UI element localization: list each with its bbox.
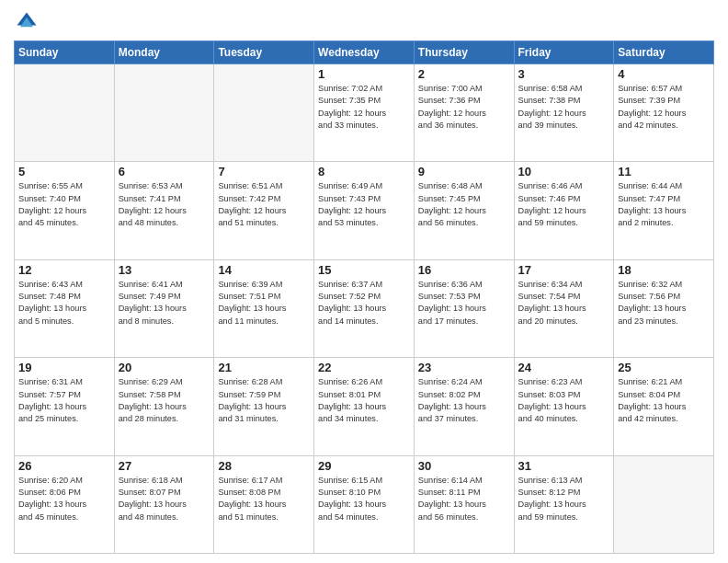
logo-icon bbox=[14, 9, 40, 35]
weekday-header-friday: Friday bbox=[514, 41, 614, 64]
calendar-cell: 15Sunrise: 6:37 AM Sunset: 7:52 PM Dayli… bbox=[314, 259, 415, 357]
day-info: Sunrise: 6:36 AM Sunset: 7:53 PM Dayligh… bbox=[418, 279, 510, 327]
calendar-cell: 29Sunrise: 6:15 AM Sunset: 8:10 PM Dayli… bbox=[314, 455, 415, 553]
calendar-cell: 10Sunrise: 6:46 AM Sunset: 7:46 PM Dayli… bbox=[514, 162, 614, 259]
calendar-cell: 13Sunrise: 6:41 AM Sunset: 7:49 PM Dayli… bbox=[114, 259, 214, 357]
logo bbox=[14, 9, 43, 35]
header bbox=[14, 9, 714, 35]
day-info: Sunrise: 6:48 AM Sunset: 7:45 PM Dayligh… bbox=[418, 180, 510, 229]
calendar-cell: 2Sunrise: 7:00 AM Sunset: 7:36 PM Daylig… bbox=[414, 64, 514, 162]
day-number: 27 bbox=[119, 459, 210, 473]
day-number: 6 bbox=[119, 165, 210, 178]
day-number: 21 bbox=[218, 361, 310, 374]
day-number: 22 bbox=[318, 361, 410, 374]
week-row-5: 26Sunrise: 6:20 AM Sunset: 8:06 PM Dayli… bbox=[15, 455, 714, 553]
day-number: 24 bbox=[518, 361, 610, 374]
page: SundayMondayTuesdayWednesdayThursdayFrid… bbox=[0, 0, 728, 563]
calendar-cell: 16Sunrise: 6:36 AM Sunset: 7:53 PM Dayli… bbox=[414, 259, 514, 357]
day-info: Sunrise: 7:00 AM Sunset: 7:36 PM Dayligh… bbox=[418, 83, 510, 132]
day-info: Sunrise: 6:41 AM Sunset: 7:49 PM Dayligh… bbox=[119, 279, 210, 327]
calendar-cell: 21Sunrise: 6:28 AM Sunset: 7:59 PM Dayli… bbox=[214, 358, 314, 455]
weekday-header-tuesday: Tuesday bbox=[214, 41, 314, 64]
day-info: Sunrise: 6:39 AM Sunset: 7:51 PM Dayligh… bbox=[218, 279, 310, 327]
day-number: 4 bbox=[618, 67, 710, 81]
calendar-cell: 27Sunrise: 6:18 AM Sunset: 8:07 PM Dayli… bbox=[114, 455, 214, 553]
calendar-cell: 8Sunrise: 6:49 AM Sunset: 7:43 PM Daylig… bbox=[314, 162, 415, 259]
calendar-cell: 19Sunrise: 6:31 AM Sunset: 7:57 PM Dayli… bbox=[15, 358, 115, 455]
day-number: 19 bbox=[18, 361, 110, 374]
calendar-cell: 1Sunrise: 7:02 AM Sunset: 7:35 PM Daylig… bbox=[314, 64, 415, 162]
day-number: 1 bbox=[318, 67, 410, 81]
day-info: Sunrise: 6:24 AM Sunset: 8:02 PM Dayligh… bbox=[418, 376, 510, 425]
day-number: 25 bbox=[618, 361, 710, 374]
calendar-cell: 23Sunrise: 6:24 AM Sunset: 8:02 PM Dayli… bbox=[414, 358, 514, 455]
calendar-cell: 9Sunrise: 6:48 AM Sunset: 7:45 PM Daylig… bbox=[414, 162, 514, 259]
week-row-4: 19Sunrise: 6:31 AM Sunset: 7:57 PM Dayli… bbox=[15, 358, 714, 455]
calendar-cell: 31Sunrise: 6:13 AM Sunset: 8:12 PM Dayli… bbox=[514, 455, 614, 553]
calendar-table: SundayMondayTuesdayWednesdayThursdayFrid… bbox=[14, 40, 714, 554]
day-number: 16 bbox=[418, 263, 510, 277]
day-info: Sunrise: 6:20 AM Sunset: 8:06 PM Dayligh… bbox=[18, 475, 110, 523]
calendar-cell: 28Sunrise: 6:17 AM Sunset: 8:08 PM Dayli… bbox=[214, 455, 314, 553]
day-number: 3 bbox=[518, 67, 610, 81]
weekday-header-wednesday: Wednesday bbox=[314, 41, 415, 64]
day-number: 18 bbox=[618, 263, 710, 277]
calendar-cell: 3Sunrise: 6:58 AM Sunset: 7:38 PM Daylig… bbox=[514, 64, 614, 162]
calendar-cell: 25Sunrise: 6:21 AM Sunset: 8:04 PM Dayli… bbox=[614, 358, 714, 455]
day-info: Sunrise: 6:46 AM Sunset: 7:46 PM Dayligh… bbox=[518, 180, 610, 229]
day-number: 28 bbox=[218, 459, 310, 473]
day-info: Sunrise: 6:44 AM Sunset: 7:47 PM Dayligh… bbox=[618, 180, 710, 229]
calendar-cell: 18Sunrise: 6:32 AM Sunset: 7:56 PM Dayli… bbox=[614, 259, 714, 357]
day-info: Sunrise: 6:26 AM Sunset: 8:01 PM Dayligh… bbox=[318, 376, 410, 425]
day-info: Sunrise: 6:14 AM Sunset: 8:11 PM Dayligh… bbox=[418, 475, 510, 523]
calendar-cell bbox=[114, 64, 214, 162]
day-number: 20 bbox=[119, 361, 210, 374]
calendar-cell: 26Sunrise: 6:20 AM Sunset: 8:06 PM Dayli… bbox=[15, 455, 115, 553]
day-number: 26 bbox=[18, 459, 110, 473]
calendar-cell: 17Sunrise: 6:34 AM Sunset: 7:54 PM Dayli… bbox=[514, 259, 614, 357]
day-info: Sunrise: 6:55 AM Sunset: 7:40 PM Dayligh… bbox=[18, 180, 110, 229]
day-info: Sunrise: 6:58 AM Sunset: 7:38 PM Dayligh… bbox=[518, 83, 610, 132]
calendar-cell bbox=[214, 64, 314, 162]
day-number: 30 bbox=[418, 459, 510, 473]
day-info: Sunrise: 6:23 AM Sunset: 8:03 PM Dayligh… bbox=[518, 376, 610, 425]
calendar-cell: 7Sunrise: 6:51 AM Sunset: 7:42 PM Daylig… bbox=[214, 162, 314, 259]
day-number: 17 bbox=[518, 263, 610, 277]
week-row-2: 5Sunrise: 6:55 AM Sunset: 7:40 PM Daylig… bbox=[15, 162, 714, 259]
day-number: 10 bbox=[518, 165, 610, 178]
day-info: Sunrise: 6:37 AM Sunset: 7:52 PM Dayligh… bbox=[318, 279, 410, 327]
day-number: 8 bbox=[318, 165, 410, 178]
calendar-cell: 5Sunrise: 6:55 AM Sunset: 7:40 PM Daylig… bbox=[15, 162, 115, 259]
calendar-cell: 6Sunrise: 6:53 AM Sunset: 7:41 PM Daylig… bbox=[114, 162, 214, 259]
day-info: Sunrise: 6:31 AM Sunset: 7:57 PM Dayligh… bbox=[18, 376, 110, 425]
day-info: Sunrise: 6:53 AM Sunset: 7:41 PM Dayligh… bbox=[119, 180, 210, 229]
week-row-1: 1Sunrise: 7:02 AM Sunset: 7:35 PM Daylig… bbox=[15, 64, 714, 162]
day-number: 7 bbox=[218, 165, 310, 178]
day-info: Sunrise: 6:13 AM Sunset: 8:12 PM Dayligh… bbox=[518, 475, 610, 523]
weekday-header-thursday: Thursday bbox=[414, 41, 514, 64]
day-number: 12 bbox=[18, 263, 110, 277]
calendar-cell: 11Sunrise: 6:44 AM Sunset: 7:47 PM Dayli… bbox=[614, 162, 714, 259]
day-info: Sunrise: 6:21 AM Sunset: 8:04 PM Dayligh… bbox=[618, 376, 710, 425]
calendar-cell: 22Sunrise: 6:26 AM Sunset: 8:01 PM Dayli… bbox=[314, 358, 415, 455]
day-number: 9 bbox=[418, 165, 510, 178]
weekday-header-monday: Monday bbox=[114, 41, 214, 64]
calendar-cell: 20Sunrise: 6:29 AM Sunset: 7:58 PM Dayli… bbox=[114, 358, 214, 455]
calendar-cell: 24Sunrise: 6:23 AM Sunset: 8:03 PM Dayli… bbox=[514, 358, 614, 455]
day-info: Sunrise: 6:49 AM Sunset: 7:43 PM Dayligh… bbox=[318, 180, 410, 229]
day-info: Sunrise: 6:15 AM Sunset: 8:10 PM Dayligh… bbox=[318, 475, 410, 523]
weekday-header-saturday: Saturday bbox=[614, 41, 714, 64]
day-info: Sunrise: 6:29 AM Sunset: 7:58 PM Dayligh… bbox=[119, 376, 210, 425]
day-number: 15 bbox=[318, 263, 410, 277]
day-number: 2 bbox=[418, 67, 510, 81]
calendar-cell: 12Sunrise: 6:43 AM Sunset: 7:48 PM Dayli… bbox=[15, 259, 115, 357]
calendar-cell bbox=[15, 64, 115, 162]
day-info: Sunrise: 6:51 AM Sunset: 7:42 PM Dayligh… bbox=[218, 180, 310, 229]
day-number: 13 bbox=[119, 263, 210, 277]
day-info: Sunrise: 6:28 AM Sunset: 7:59 PM Dayligh… bbox=[218, 376, 310, 425]
day-number: 31 bbox=[518, 459, 610, 473]
day-info: Sunrise: 6:57 AM Sunset: 7:39 PM Dayligh… bbox=[618, 83, 710, 132]
calendar-cell bbox=[614, 455, 714, 553]
day-info: Sunrise: 6:32 AM Sunset: 7:56 PM Dayligh… bbox=[618, 279, 710, 327]
day-number: 23 bbox=[418, 361, 510, 374]
